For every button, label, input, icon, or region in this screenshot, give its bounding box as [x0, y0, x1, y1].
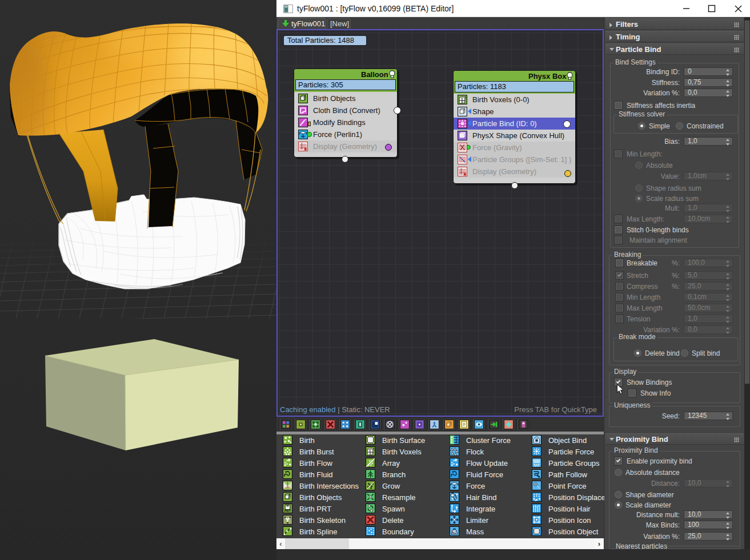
svg-text:KG: KG — [452, 531, 457, 534]
svg-text:PRT: PRT — [284, 509, 291, 513]
